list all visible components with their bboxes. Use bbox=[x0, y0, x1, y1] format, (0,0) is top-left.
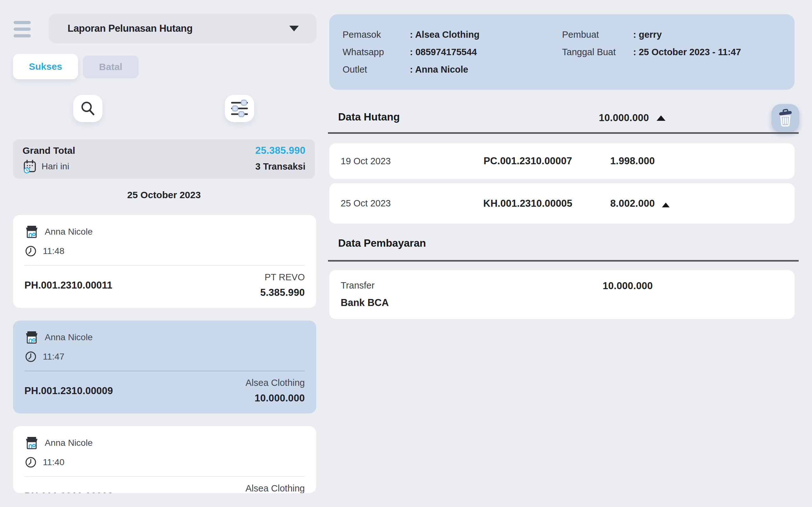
payment-amount: 10.000.000 bbox=[603, 280, 783, 292]
filter-button[interactable] bbox=[225, 95, 254, 122]
document-number: PH.001.2310.00008 bbox=[24, 491, 113, 493]
info-label: Pemasok bbox=[342, 30, 410, 40]
payment-section-title: Data Pembayaran bbox=[338, 237, 426, 249]
transaction-card[interactable]: Anna Nicole 11:40 PH.001.2310.00008 Alse… bbox=[13, 426, 316, 493]
party-name: Alsea Clothing bbox=[246, 378, 305, 388]
transaction-count: 3 Transaksi bbox=[255, 161, 306, 172]
card-divider bbox=[24, 371, 305, 371]
delete-button[interactable] bbox=[771, 104, 799, 132]
store-icon bbox=[24, 330, 39, 345]
supplier-name: Alsea Clothing bbox=[410, 30, 480, 40]
debt-total-toggle[interactable]: 10.000.000 bbox=[599, 112, 665, 124]
card-divider bbox=[24, 476, 305, 477]
tab-batal[interactable]: Batal bbox=[83, 55, 139, 78]
debt-row[interactable]: 19 Oct 2023 PC.001.2310.00007 1.998.000 bbox=[329, 143, 795, 179]
grand-total-value: 25.385.990 bbox=[255, 145, 306, 156]
search-button[interactable] bbox=[73, 95, 102, 122]
info-label: Whatsapp bbox=[342, 47, 410, 57]
clock-icon bbox=[24, 456, 37, 469]
transaction-list-panel: Laporan Pelunasan Hutang Sukses Batal bbox=[13, 0, 318, 507]
report-type-label: Laporan Pelunasan Hutang bbox=[67, 23, 193, 34]
outlet-name: Anna Nicole bbox=[45, 227, 93, 237]
transaction-time: 11:40 bbox=[43, 457, 64, 467]
debt-section-header: Data Hutang 10.000.000 bbox=[329, 108, 799, 127]
payment-row: Transfer Bank BCA 10.000.000 bbox=[329, 270, 795, 319]
supplier-info-card: Pemasok Alsea Clothing Whatsapp 08597417… bbox=[329, 14, 795, 90]
hamburger-menu-icon[interactable] bbox=[14, 21, 31, 38]
debt-date: 19 Oct 2023 bbox=[341, 156, 455, 166]
list-toolbar bbox=[13, 95, 315, 122]
payment-section-divider bbox=[328, 260, 799, 262]
clock-icon bbox=[24, 350, 37, 363]
outlet-name: Anna Nicole bbox=[410, 64, 468, 75]
debt-total-amount: 10.000.000 bbox=[599, 112, 649, 124]
transaction-amount: 5.385.990 bbox=[260, 287, 305, 298]
clock-icon bbox=[24, 245, 37, 258]
transaction-card-selected[interactable]: Anna Nicole 11:47 PH.001.2310.00009 Alse… bbox=[13, 321, 316, 413]
transaction-amount: 10.000.000 bbox=[255, 393, 305, 404]
report-type-dropdown[interactable]: Laporan Pelunasan Hutang bbox=[49, 14, 317, 44]
transaction-time: 11:47 bbox=[43, 352, 64, 362]
store-icon bbox=[24, 224, 39, 239]
grand-total-card: Grand Total 25.385.990 Hari ini 3 Transa… bbox=[13, 139, 315, 179]
debt-date: 25 Oct 2023 bbox=[341, 198, 455, 209]
trash-icon bbox=[777, 109, 794, 127]
debt-document-number: KH.001.2310.00005 bbox=[455, 198, 601, 209]
transaction-card[interactable]: Anna Nicole 11:48 PH.001.2310.00011 PT R… bbox=[13, 215, 316, 308]
search-icon bbox=[79, 100, 96, 117]
debt-document-number: PC.001.2310.00007 bbox=[455, 155, 601, 167]
filter-sliders-icon bbox=[231, 100, 248, 117]
debt-row[interactable]: 25 Oct 2023 KH.001.2310.00005 8.002.000 bbox=[329, 183, 795, 224]
info-label: Tanggal Buat bbox=[562, 47, 633, 57]
transaction-time: 11:48 bbox=[43, 246, 64, 256]
debt-amount: 8.002.000 bbox=[610, 198, 655, 209]
creator-name: gerry bbox=[633, 30, 662, 40]
calendar-today-icon bbox=[22, 159, 37, 174]
document-number: PH.001.2310.00011 bbox=[24, 280, 112, 291]
caret-up-icon bbox=[657, 115, 665, 121]
debt-amount: 1.998.000 bbox=[610, 155, 655, 167]
party-name: Alsea Clothing bbox=[246, 483, 305, 493]
list-date-header: 25 October 2023 bbox=[13, 189, 315, 201]
party-name: PT REVO bbox=[265, 272, 305, 283]
caret-up-icon bbox=[662, 203, 669, 207]
store-icon bbox=[24, 436, 39, 450]
debt-section-divider bbox=[328, 132, 799, 134]
period-label: Hari ini bbox=[42, 161, 69, 172]
card-divider bbox=[24, 265, 305, 266]
info-label: Pembuat bbox=[562, 30, 633, 40]
document-number: PH.001.2310.00009 bbox=[24, 385, 113, 397]
outlet-name: Anna Nicole bbox=[45, 332, 93, 342]
debt-section-title: Data Hutang bbox=[338, 111, 400, 123]
created-datetime: 25 October 2023 - 11:47 bbox=[633, 47, 741, 57]
outlet-name: Anna Nicole bbox=[45, 438, 93, 448]
detail-panel: Pemasok Alsea Clothing Whatsapp 08597417… bbox=[329, 0, 799, 507]
payment-method: Transfer bbox=[341, 280, 603, 291]
whatsapp-number: 085974175544 bbox=[410, 47, 477, 57]
grand-total-label: Grand Total bbox=[22, 145, 75, 156]
info-label: Outlet bbox=[342, 64, 410, 75]
tab-sukses[interactable]: Sukses bbox=[13, 54, 78, 79]
chevron-down-icon bbox=[289, 26, 299, 32]
payment-bank: Bank BCA bbox=[341, 297, 603, 308]
debt-settlement-report-screen: Laporan Pelunasan Hutang Sukses Batal bbox=[0, 0, 812, 507]
